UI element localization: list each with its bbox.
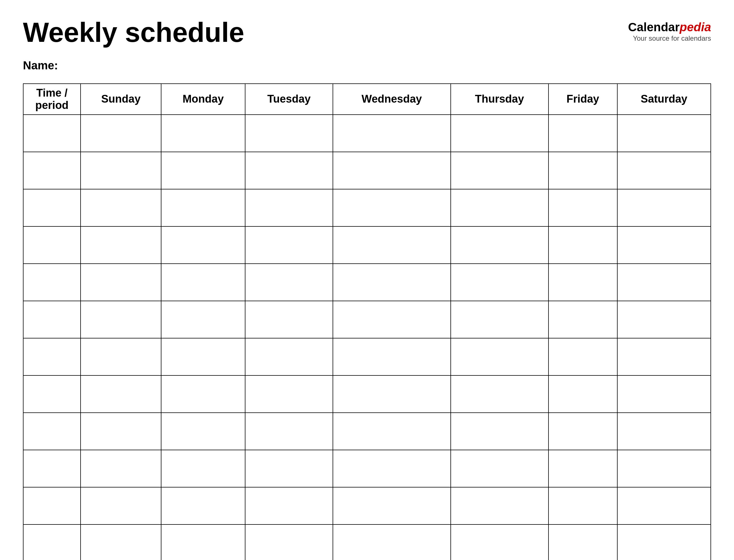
schedule-cell[interactable] <box>617 524 711 560</box>
schedule-table: Time / period Sunday Monday Tuesday Wedn… <box>23 83 711 560</box>
schedule-cell[interactable] <box>333 338 451 375</box>
time-cell[interactable] <box>23 487 81 524</box>
schedule-cell[interactable] <box>549 301 617 338</box>
schedule-cell[interactable] <box>617 413 711 450</box>
schedule-cell[interactable] <box>245 450 333 487</box>
schedule-cell[interactable] <box>81 301 161 338</box>
schedule-cell[interactable] <box>549 450 617 487</box>
schedule-cell[interactable] <box>617 338 711 375</box>
schedule-cell[interactable] <box>161 450 245 487</box>
schedule-cell[interactable] <box>161 375 245 413</box>
schedule-cell[interactable] <box>451 189 549 226</box>
schedule-cell[interactable] <box>617 375 711 413</box>
schedule-cell[interactable] <box>451 264 549 301</box>
schedule-cell[interactable] <box>549 264 617 301</box>
schedule-cell[interactable] <box>333 115 451 152</box>
name-label: Name: <box>23 59 711 72</box>
schedule-cell[interactable] <box>549 115 617 152</box>
schedule-cell[interactable] <box>161 413 245 450</box>
schedule-cell[interactable] <box>451 487 549 524</box>
schedule-cell[interactable] <box>617 152 711 189</box>
schedule-cell[interactable] <box>451 375 549 413</box>
schedule-cell[interactable] <box>333 524 451 560</box>
schedule-cell[interactable] <box>549 338 617 375</box>
schedule-cell[interactable] <box>81 264 161 301</box>
col-header-sunday: Sunday <box>81 84 161 115</box>
schedule-cell[interactable] <box>245 115 333 152</box>
schedule-cell[interactable] <box>333 375 451 413</box>
schedule-cell[interactable] <box>451 301 549 338</box>
schedule-cell[interactable] <box>245 487 333 524</box>
time-cell[interactable] <box>23 450 81 487</box>
schedule-cell[interactable] <box>451 226 549 264</box>
schedule-cell[interactable] <box>81 375 161 413</box>
schedule-cell[interactable] <box>161 152 245 189</box>
schedule-cell[interactable] <box>81 413 161 450</box>
schedule-cell[interactable] <box>81 450 161 487</box>
schedule-cell[interactable] <box>161 264 245 301</box>
schedule-cell[interactable] <box>333 152 451 189</box>
schedule-cell[interactable] <box>161 487 245 524</box>
schedule-cell[interactable] <box>333 226 451 264</box>
time-cell[interactable] <box>23 226 81 264</box>
schedule-cell[interactable] <box>617 189 711 226</box>
schedule-cell[interactable] <box>451 450 549 487</box>
schedule-cell[interactable] <box>81 189 161 226</box>
schedule-cell[interactable] <box>333 301 451 338</box>
time-cell[interactable] <box>23 115 81 152</box>
schedule-cell[interactable] <box>617 450 711 487</box>
schedule-cell[interactable] <box>161 301 245 338</box>
schedule-cell[interactable] <box>451 152 549 189</box>
schedule-cell[interactable] <box>333 450 451 487</box>
schedule-cell[interactable] <box>161 226 245 264</box>
schedule-cell[interactable] <box>617 226 711 264</box>
schedule-cell[interactable] <box>333 487 451 524</box>
schedule-cell[interactable] <box>245 413 333 450</box>
schedule-cell[interactable] <box>617 115 711 152</box>
schedule-cell[interactable] <box>333 264 451 301</box>
schedule-cell[interactable] <box>617 301 711 338</box>
time-cell[interactable] <box>23 264 81 301</box>
schedule-cell[interactable] <box>549 226 617 264</box>
schedule-cell[interactable] <box>617 264 711 301</box>
schedule-cell[interactable] <box>549 413 617 450</box>
schedule-cell[interactable] <box>81 226 161 264</box>
schedule-cell[interactable] <box>161 115 245 152</box>
schedule-cell[interactable] <box>161 524 245 560</box>
time-cell[interactable] <box>23 338 81 375</box>
time-cell[interactable] <box>23 189 81 226</box>
time-cell[interactable] <box>23 524 81 560</box>
schedule-cell[interactable] <box>245 338 333 375</box>
schedule-cell[interactable] <box>245 152 333 189</box>
schedule-cell[interactable] <box>451 524 549 560</box>
schedule-cell[interactable] <box>81 338 161 375</box>
schedule-cell[interactable] <box>451 115 549 152</box>
schedule-cell[interactable] <box>245 375 333 413</box>
schedule-cell[interactable] <box>451 413 549 450</box>
schedule-cell[interactable] <box>81 487 161 524</box>
schedule-cell[interactable] <box>161 189 245 226</box>
schedule-cell[interactable] <box>81 152 161 189</box>
schedule-cell[interactable] <box>245 301 333 338</box>
schedule-cell[interactable] <box>333 413 451 450</box>
schedule-cell[interactable] <box>549 375 617 413</box>
table-row <box>23 487 711 524</box>
time-cell[interactable] <box>23 375 81 413</box>
schedule-cell[interactable] <box>245 264 333 301</box>
schedule-cell[interactable] <box>549 487 617 524</box>
schedule-cell[interactable] <box>549 152 617 189</box>
schedule-cell[interactable] <box>333 189 451 226</box>
time-cell[interactable] <box>23 152 81 189</box>
schedule-cell[interactable] <box>451 338 549 375</box>
schedule-cell[interactable] <box>549 189 617 226</box>
schedule-cell[interactable] <box>549 524 617 560</box>
schedule-cell[interactable] <box>161 338 245 375</box>
schedule-cell[interactable] <box>245 189 333 226</box>
schedule-cell[interactable] <box>245 226 333 264</box>
schedule-cell[interactable] <box>617 487 711 524</box>
time-cell[interactable] <box>23 413 81 450</box>
schedule-cell[interactable] <box>245 524 333 560</box>
time-cell[interactable] <box>23 301 81 338</box>
schedule-cell[interactable] <box>81 115 161 152</box>
schedule-cell[interactable] <box>81 524 161 560</box>
